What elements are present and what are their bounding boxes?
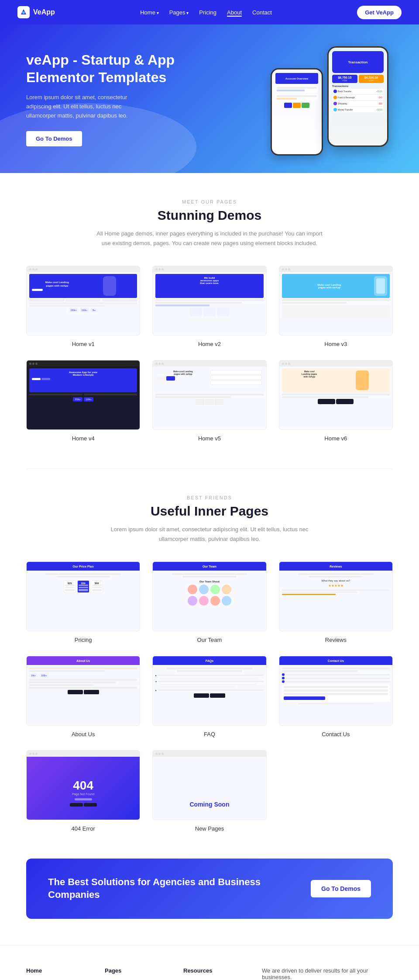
footer-top: Home Home V1 Home V2 Home V3 Home V4 Pag… [26, 967, 393, 980]
inner-page-thumb-contact: Contact Us [279, 656, 393, 726]
demos-section-label: MEET OUR PAGES [26, 199, 393, 204]
inner-pages-row3: 404 Page Not Found 404 Error Coming So [26, 750, 393, 832]
demo-card-home-v6[interactable]: Make coolLanding pageswith veApp Home v6 [279, 360, 393, 442]
inner-pages-section: BEST FRIENDS Useful Inner Pages Lorem ip… [0, 469, 419, 859]
inner-pages-row2: About Us 14k+ 100k+ [26, 656, 393, 738]
inner-pages-title: Useful Inner Pages [26, 504, 393, 519]
inner-page-name-team: Our Team [197, 637, 222, 643]
cta-button[interactable]: Go To Demos [311, 880, 371, 897]
navbar: VeApp Home Pages Pricing About Contact G… [0, 0, 419, 24]
faq-item-2: ▾ [155, 680, 263, 683]
get-veapp-button[interactable]: Get VeApp [357, 6, 402, 19]
cta-text: The Best Solutions for Agencies and Busi… [48, 876, 311, 901]
balance1: $8,750.15 [333, 76, 356, 79]
hero-content: veApp - Startup & App Elementor Template… [26, 51, 210, 146]
inner-pages-desc: Lorem ipsum dolor sit amet, consectetur … [96, 525, 323, 544]
cta-banner: The Best Solutions for Agencies and Busi… [26, 859, 393, 918]
phone-main: Transaction $8,750.15 VISA $4,524.18 VIS… [327, 46, 388, 147]
demo-thumb-home-v2: We buildawesome appsthat users love. [152, 266, 266, 336]
inner-page-card-contact[interactable]: Contact Us [279, 656, 393, 738]
footer-col-resources: Resources FAQ Reviews 404 Error Counters [183, 967, 249, 980]
demo-name-home-v1: Home v1 [72, 341, 95, 347]
demo-name-home-v5: Home v5 [198, 435, 221, 442]
inner-page-thumb-404: 404 Page Not Found [26, 750, 140, 820]
new-pages-thumb: Coming Soon [153, 757, 266, 820]
footer-col1-title: Home [26, 967, 92, 974]
demo-card-home-v4[interactable]: Awesome App for yourModern Lifestyle 250… [26, 360, 140, 442]
stunning-demos-section: MEET OUR PAGES Stunning Demos All Home p… [0, 173, 419, 468]
faq-item-1: ▸ [155, 674, 263, 677]
demos-section-desc: All Home page demos, inner pages everyth… [96, 229, 323, 248]
demo-thumb-home-v1: Make cool Landingpages with veApp [26, 266, 140, 336]
demo-thumb-home-v6: Make coolLanding pageswith veApp [279, 360, 393, 430]
footer: Home Home V1 Home V2 Home V3 Home V4 Pag… [0, 945, 419, 980]
inner-page-card-faq[interactable]: FAQs ▸ ▾ ▸ [152, 656, 266, 738]
demo-card-home-v1[interactable]: Make cool Landingpages with veApp [26, 266, 140, 348]
inner-pages-label: BEST FRIENDS [26, 495, 393, 500]
inner-page-thumb-faq: FAQs ▸ ▾ ▸ [152, 656, 266, 726]
phone-secondary: Account Overview [271, 68, 323, 156]
hero-cta-button[interactable]: Go To Demos [26, 131, 82, 146]
nav-home[interactable]: Home [140, 9, 158, 16]
logo-icon [17, 6, 30, 18]
hero-section: veApp - Startup & App Elementor Template… [0, 24, 419, 173]
hero-title: veApp - Startup & App Elementor Template… [26, 51, 210, 86]
inner-page-thumb-team: Our Team Our Team Shout [152, 561, 266, 631]
demo-name-home-v2: Home v2 [198, 341, 221, 347]
demos-section-title: Stunning Demos [26, 208, 393, 223]
inner-page-card-team[interactable]: Our Team Our Team Shout [152, 561, 266, 644]
nav-pricing[interactable]: Pricing [199, 9, 216, 16]
demo-grid: Make cool Landingpages with veApp [26, 266, 393, 442]
demo-thumb-home-v4: Awesome App for yourModern Lifestyle 250… [26, 360, 140, 430]
hero-image: Account Overview [210, 42, 393, 156]
inner-page-card-reviews[interactable]: Reviews What they say about us? ★★★★★ Re… [279, 561, 393, 644]
err-404-text: 404 [73, 770, 93, 793]
demo-name-home-v3: Home v3 [324, 341, 347, 347]
demo-card-home-v5[interactable]: Make cool Landingpages with veApp [152, 360, 266, 442]
inner-page-thumb-new: Coming Soon [152, 750, 266, 820]
footer-col-pages: Pages About Pricing Team Contact [105, 967, 170, 980]
footer-col3-title: Resources [183, 967, 249, 974]
nav-links: Home Pages Pricing About Contact [140, 8, 272, 16]
demo-thumb-home-v3: Make cool Landingpages with veApp [279, 266, 393, 336]
demo-card-home-v3[interactable]: Make cool Landingpages with veApp Home v… [279, 266, 393, 348]
inner-page-card-new[interactable]: Coming Soon New Pages [152, 750, 266, 832]
inner-page-card-404[interactable]: 404 Page Not Found 404 Error [26, 750, 140, 832]
inner-page-name-about: About Us [72, 731, 95, 738]
team-avatars-row1 [155, 585, 263, 594]
nav-about[interactable]: About [227, 9, 242, 17]
inner-page-name-404: 404 Error [72, 825, 95, 832]
cta-title: The Best Solutions for Agencies and Busi… [48, 876, 311, 901]
inner-page-card-pricing[interactable]: Our Price Plan $29 $59 [26, 561, 140, 644]
inner-page-thumb-pricing: Our Price Plan $29 $59 [26, 561, 140, 631]
inner-page-thumb-reviews: Reviews What they say about us? ★★★★★ [279, 561, 393, 631]
inner-page-name-reviews: Reviews [325, 637, 347, 643]
inner-pages-row1: Our Price Plan $29 $59 [26, 561, 393, 644]
coming-soon-text: Coming Soon [189, 775, 229, 808]
footer-col-home: Home Home V1 Home V2 Home V3 Home V4 [26, 967, 92, 980]
svg-point-0 [22, 11, 25, 14]
team-avatars-row2 [155, 596, 263, 606]
footer-col2-title: Pages [105, 967, 170, 974]
grid-spacer [279, 750, 393, 832]
demo-card-home-v2[interactable]: We buildawesome appsthat users love. Hom… [152, 266, 266, 348]
demo-name-home-v4: Home v4 [72, 435, 95, 442]
inner-page-card-about[interactable]: About Us 14k+ 100k+ [26, 656, 140, 738]
inner-page-name-faq: FAQ [204, 731, 215, 738]
pricing-cards: $29 $59 $99 [29, 580, 137, 593]
nav-pages[interactable]: Pages [169, 9, 189, 16]
err-404-sub: Page Not Found [72, 793, 94, 796]
inner-page-name-new: New Pages [195, 825, 224, 832]
hero-desc: Lorem ipsum dolor sit amet, consectetur … [26, 93, 148, 120]
demo-name-home-v6: Home v6 [324, 435, 347, 442]
balance2: $4,524.18 [360, 76, 383, 79]
contact-form-mini [282, 684, 390, 702]
logo[interactable]: VeApp [17, 6, 55, 18]
review-stars: ★★★★★ [282, 584, 390, 588]
inner-page-name-contact: Contact Us [322, 731, 350, 738]
faq-item-3: ▸ [155, 689, 263, 692]
nav-contact[interactable]: Contact [252, 9, 272, 16]
pricing-thumb-title: Our Price Plan [73, 565, 94, 568]
about-stats: 14k+ 100k+ [29, 673, 137, 678]
inner-page-name-pricing: Pricing [75, 637, 92, 643]
